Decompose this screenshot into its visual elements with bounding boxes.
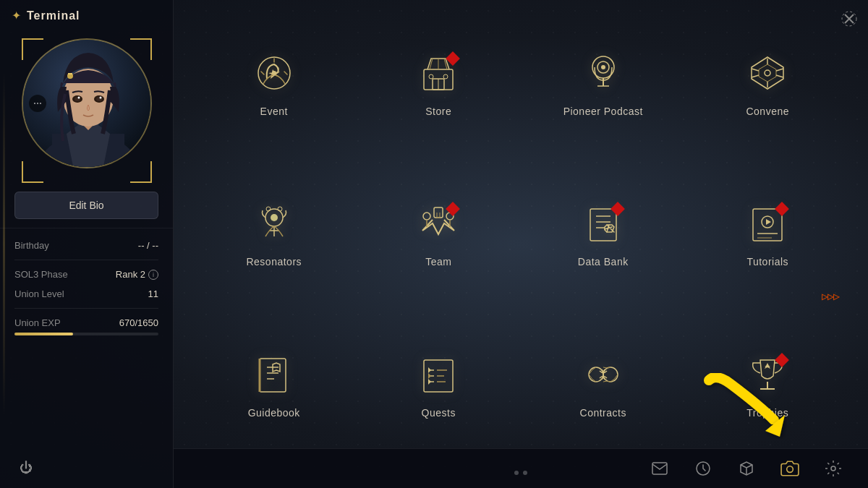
main-area: Event Store Pioneer Podcast Convene Reso… [174,0,868,488]
sol3-info-icon[interactable]: i [148,270,158,280]
event-icon [249,48,299,98]
exp-bar-background [14,333,158,335]
union-exp-label: Union EXP [14,317,61,328]
left-deco-line [3,72,5,416]
data-bank-badge [613,204,623,214]
svg-point-19 [429,74,433,79]
panel-title: Terminal [27,9,80,22]
trophies-icon [742,349,793,400]
page-dot-1 [514,471,519,475]
menu-item-guidebook[interactable]: Guidebook [203,338,346,474]
birthday-label: Birthday [14,240,49,251]
left-panel: ✦ Terminal [0,0,174,488]
menu-item-resonators[interactable]: Resonators [203,187,346,322]
exp-bar-fill [14,333,73,335]
store-badge [448,53,458,64]
svg-point-28 [271,214,278,221]
birthday-row: Birthday -- / -- [14,240,158,251]
tutorials-arrows-badge: ▷▷▷ [822,292,839,301]
resonators-label: Resonators [246,256,302,267]
svg-rect-39 [260,359,286,392]
team-label: Team [425,256,451,267]
quests-label: Quests [422,407,456,419]
menu-item-trophies[interactable]: Trophies [697,338,840,474]
menu-item-convene[interactable]: Convene [697,36,840,172]
store-icon [413,48,464,98]
sol3-row: SOL3 Phase Rank 2 i [14,269,158,280]
trophies-badge [777,355,787,365]
bottom-left-area: ⏻ [0,448,173,488]
data-bank-icon [578,198,629,249]
contracts-icon [578,349,629,400]
svg-point-42 [589,367,603,382]
tutorials-icon [742,198,793,249]
svg-point-15 [272,71,276,75]
convene-icon [742,48,793,98]
sol3-value: Rank 2 i [116,269,158,280]
union-level-row: Union Level 11 [14,288,158,299]
store-label: Store [425,106,451,117]
menu-item-store[interactable]: Store [367,36,511,172]
svg-point-26 [765,70,770,76]
union-exp-value: 670/1650 [119,317,158,328]
global-close-button[interactable] [839,9,859,29]
sol3-label: SOL3 Phase [14,269,68,280]
svg-point-24 [601,65,605,69]
corner-decoration-tl [22,38,43,60]
avatar-area: ⋯ [22,38,152,183]
pioneer-podcast-label: Pioneer Podcast [563,106,643,117]
menu-item-pioneer-podcast[interactable]: Pioneer Podcast [532,36,675,172]
power-button[interactable]: ⏻ [14,456,38,479]
contracts-label: Contracts [580,407,626,419]
svg-point-43 [603,367,618,382]
menu-item-data-bank[interactable]: Data Bank [532,187,675,322]
page-dots [514,471,527,475]
team-icon [413,198,464,249]
page-dot-2 [523,471,527,475]
svg-rect-31 [434,207,443,218]
resonators-icon [249,198,299,249]
quests-icon [413,349,464,400]
birthday-value: -- / -- [138,240,158,251]
svg-point-10 [77,97,80,99]
union-level-label: Union Level [14,288,64,299]
menu-item-quests[interactable]: Quests [367,338,511,474]
guidebook-icon [249,349,299,400]
tutorials-label: Tutorials [746,256,788,267]
pioneer-podcast-icon [578,48,629,98]
stat-divider-2 [14,308,158,309]
edit-bio-button[interactable]: Edit Bio [14,192,158,219]
menu-grid: Event Store Pioneer Podcast Convene Reso… [203,36,839,474]
main-content: ✦ Terminal [0,0,868,488]
tutorials-badge [777,204,787,214]
avatar-more-button[interactable]: ⋯ [29,95,46,112]
terminal-icon: ✦ [12,9,21,22]
title-bar: ✦ Terminal [0,0,173,31]
menu-item-contracts[interactable]: Contracts [532,338,675,474]
svg-point-20 [443,74,448,79]
data-bank-label: Data Bank [578,256,629,267]
menu-item-tutorials[interactable]: ▷▷▷ Tutorials [697,187,840,322]
event-label: Event [260,106,288,117]
trophies-label: Trophies [746,407,788,419]
corner-decoration-bl [22,161,43,183]
svg-point-32 [423,213,430,220]
menu-item-event[interactable]: Event [203,36,346,172]
stat-divider-1 [14,260,158,260]
corner-decoration-br [130,161,152,183]
convene-label: Convene [746,106,789,117]
stats-area: Birthday -- / -- SOL3 Phase Rank 2 i Uni… [0,228,173,448]
svg-point-11 [99,97,101,99]
menu-item-team[interactable]: Team [367,187,511,322]
svg-rect-13 [68,73,72,74]
union-level-value: 11 [148,288,158,299]
guidebook-label: Guidebook [248,407,300,419]
team-badge [448,204,458,214]
corner-decoration-tr [130,38,152,60]
union-exp-row: Union EXP 670/1650 [14,317,158,328]
